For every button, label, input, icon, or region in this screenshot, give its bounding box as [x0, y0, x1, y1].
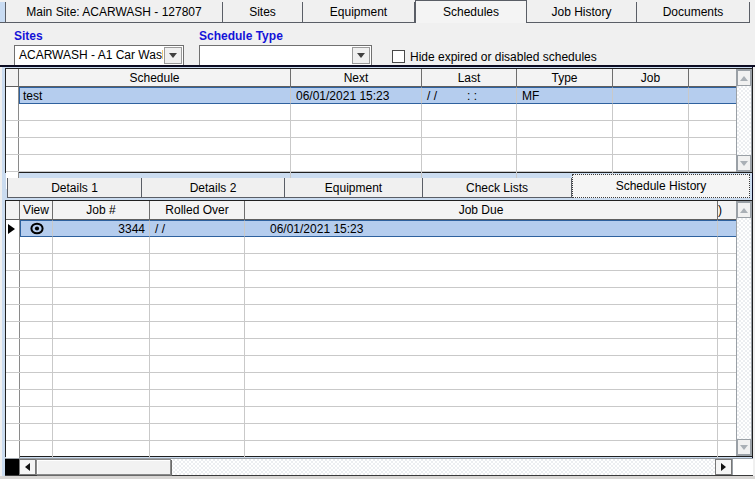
tab-documents-label: Documents	[663, 5, 724, 19]
history-gutter-header	[6, 201, 20, 220]
schedule-row-selected[interactable]: test 06/01/2021 15:23 / / : : MF	[6, 87, 752, 104]
column-header-view[interactable]: View	[20, 201, 53, 220]
hide-expired-checkbox-label: Hide expired or disabled schedules	[410, 50, 597, 64]
scroll-up-button[interactable]	[737, 70, 751, 86]
arrow-up-icon	[740, 208, 748, 213]
tab-documents[interactable]: Documents	[637, 2, 750, 23]
tab-schedule-history-label: Schedule History	[616, 179, 707, 193]
column-header-next[interactable]: Next	[291, 69, 422, 87]
sites-combobox[interactable]: ACARWASH - A1 Car Wash	[14, 45, 184, 66]
column-header-last[interactable]: Last	[422, 69, 517, 87]
schedules-window: Main Site: ACARWASH - 127807 Sites Equip…	[0, 0, 755, 479]
schedule-type-label: Schedule Type	[199, 29, 283, 43]
history-row-empty	[6, 407, 752, 424]
tab-check-lists[interactable]: Check Lists	[423, 178, 572, 198]
cell-blank	[689, 87, 739, 104]
cell-job-due: 06/01/2021 15:23	[245, 220, 718, 237]
schedule-grid-header: Schedule Next Last Type Job	[6, 69, 752, 87]
cell-job	[613, 87, 689, 104]
schedule-type-combobox[interactable]	[199, 45, 372, 66]
tab-schedule-history[interactable]: Schedule History	[572, 174, 750, 198]
column-header-schedule[interactable]: Schedule	[19, 69, 291, 87]
scrollbar-corner-block	[5, 459, 19, 475]
history-row-empty	[6, 339, 752, 356]
history-row-empty	[6, 254, 752, 271]
history-row-empty	[6, 305, 752, 322]
schedule-grid-gutter-header	[6, 69, 19, 87]
column-header-job-due[interactable]: Job Due	[245, 201, 718, 220]
history-row-empty	[6, 441, 752, 458]
arrow-down-icon	[740, 445, 748, 450]
cell-next: 06/01/2021 15:23	[291, 87, 422, 104]
column-header-blank	[689, 69, 739, 87]
tab-details-1[interactable]: Details 1	[7, 178, 142, 198]
hide-expired-checkbox[interactable]	[392, 50, 405, 63]
tab-equipment[interactable]: Equipment	[303, 2, 415, 23]
row-indicator-cell	[6, 220, 20, 237]
schedule-row-empty	[6, 121, 752, 138]
tab-details-2[interactable]: Details 2	[142, 178, 285, 198]
chevron-down-icon	[169, 53, 177, 58]
tab-job-history[interactable]: Job History	[527, 2, 637, 23]
column-header-job[interactable]: Job	[613, 69, 689, 87]
cell-view[interactable]	[20, 220, 53, 237]
scroll-down-button[interactable]	[737, 155, 751, 171]
sites-label: Sites	[14, 29, 43, 43]
column-header-rolled-over[interactable]: Rolled Over	[150, 201, 245, 220]
cell-job-number: 3344	[53, 220, 150, 237]
schedule-grid-vertical-scrollbar[interactable]	[736, 69, 752, 172]
scroll-up-button[interactable]	[737, 202, 751, 218]
tab-equipment-detail[interactable]: Equipment	[285, 178, 423, 198]
tab-equipment-detail-label: Equipment	[325, 181, 382, 195]
tab-main-site-label: Main Site: ACARWASH - 127807	[26, 5, 201, 19]
eye-icon	[30, 222, 44, 235]
sites-combobox-value: ACARWASH - A1 Car Wash	[15, 46, 163, 65]
tab-schedules[interactable]: Schedules	[415, 0, 527, 23]
arrow-up-icon	[740, 76, 748, 81]
tab-equipment-label: Equipment	[330, 5, 387, 19]
detail-tab-strip: Details 1 Details 2 Equipment Check List…	[2, 174, 753, 198]
cell-rolled-over: / /	[150, 220, 245, 237]
column-header-job-number[interactable]: Job #	[53, 201, 150, 220]
history-grid-horizontal-scrollbar[interactable]	[5, 458, 753, 476]
horizontal-scroll-thumb[interactable]	[36, 459, 171, 475]
history-grid-header: View Job # Rolled Over Job Due )	[6, 201, 752, 220]
sites-combobox-dropdown-button[interactable]	[164, 47, 182, 64]
tab-check-lists-label: Check Lists	[466, 181, 528, 195]
arrow-down-icon	[740, 161, 748, 166]
row-gutter	[6, 87, 19, 104]
chevron-down-icon	[357, 53, 365, 58]
scroll-right-button[interactable]	[715, 459, 732, 475]
history-grid-vertical-scrollbar[interactable]	[736, 201, 752, 456]
tab-main-site[interactable]: Main Site: ACARWASH - 127807	[5, 2, 223, 23]
tab-sites-label: Sites	[249, 5, 276, 19]
cell-clipped	[718, 220, 738, 237]
scroll-left-button[interactable]	[19, 459, 36, 475]
column-header-type[interactable]: Type	[517, 69, 613, 87]
tab-sites[interactable]: Sites	[223, 2, 303, 23]
history-row-empty	[6, 390, 752, 407]
schedule-row-empty	[6, 155, 752, 172]
history-row-empty	[6, 373, 752, 390]
scrollbar-corner	[732, 459, 753, 475]
current-row-arrow-icon	[8, 224, 15, 234]
schedule-type-dropdown-button[interactable]	[352, 47, 370, 64]
schedule-row-empty	[6, 104, 752, 121]
tab-details-1-label: Details 1	[51, 181, 98, 195]
cell-last: / / : :	[422, 87, 517, 104]
main-tab-strip: Main Site: ACARWASH - 127807 Sites Equip…	[0, 0, 755, 23]
history-row-empty	[6, 288, 752, 305]
tab-details-2-label: Details 2	[190, 181, 237, 195]
schedule-grid: Schedule Next Last Type Job test 06/01/2…	[5, 68, 753, 173]
history-row-selected[interactable]: 3344 / / 06/01/2021 15:23	[6, 220, 752, 237]
column-header-clipped: )	[718, 201, 738, 220]
cell-schedule: test	[19, 87, 291, 104]
history-row-empty	[6, 424, 752, 441]
history-row-empty	[6, 271, 752, 288]
history-row-empty	[6, 322, 752, 339]
arrow-left-icon	[25, 463, 30, 471]
history-row-empty	[6, 237, 752, 254]
schedule-row-empty	[6, 138, 752, 155]
scroll-down-button[interactable]	[737, 439, 751, 455]
tab-schedules-label: Schedules	[443, 5, 499, 19]
